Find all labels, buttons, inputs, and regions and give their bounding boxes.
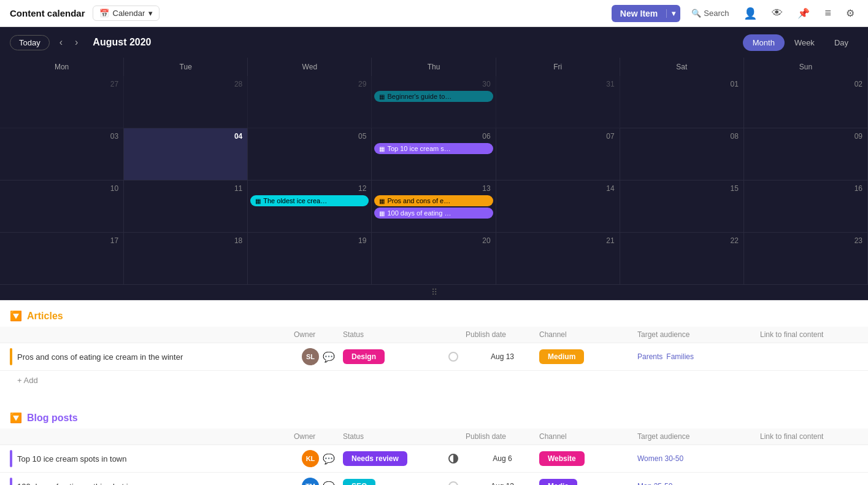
cal-event-100days[interactable]: ▦ 100 days of eating … — [374, 208, 493, 219]
cal-cell-21[interactable]: 21 — [496, 233, 620, 285]
cal-cell-22[interactable]: 22 — [620, 233, 744, 285]
channel-badge-website[interactable]: Website — [539, 451, 585, 466]
radio-circle-2[interactable] — [448, 481, 458, 485]
cal-cell-04-today[interactable]: 04 — [124, 128, 248, 180]
cal-cell-17[interactable]: 17 — [0, 233, 124, 285]
cal-cell-09[interactable]: 09 — [744, 128, 868, 180]
articles-header: 🔽 Articles — [0, 300, 868, 327]
cal-cell-01[interactable]: 01 — [620, 76, 744, 128]
calendar-grid: 27 28 29 30 ▦ Beginner's guide to… 31 01… — [0, 76, 868, 285]
cal-cell-05[interactable]: 05 — [248, 128, 372, 180]
status-badge-seo[interactable]: SEO — [343, 479, 375, 485]
article-pubdate: Aug 13 — [466, 352, 539, 361]
owner-avatar: SL — [302, 348, 319, 365]
blog-channel-2: Media — [539, 479, 637, 485]
cal-cell-03[interactable]: 03 — [0, 128, 124, 180]
blog-bell-2 — [441, 481, 466, 485]
blog-col-channel-header: Channel — [539, 432, 637, 441]
eye-button[interactable]: 👁 — [768, 4, 786, 22]
day-header-fri: Fri — [496, 58, 620, 76]
cal-cell-10[interactable]: 10 — [0, 180, 124, 233]
pin-button[interactable]: 📌 — [794, 5, 813, 21]
day-view-button[interactable]: Day — [824, 34, 858, 51]
blog-audience-1: Women 30-50 — [637, 454, 760, 463]
channel-badge-medium[interactable]: Medium — [539, 349, 584, 364]
settings-button[interactable]: ⚙ — [842, 5, 858, 21]
cal-cell-08[interactable]: 08 — [620, 128, 744, 180]
audience-tag-men[interactable]: Men 25-50 — [637, 482, 672, 485]
cal-event-pros-cons[interactable]: ▦ Pros and cons of e… — [374, 195, 493, 206]
month-view-button[interactable]: Month — [743, 34, 785, 51]
blog-col-title-header — [10, 432, 294, 441]
chat-icon-1[interactable]: 💬 — [323, 453, 335, 465]
cal-cell-15[interactable]: 15 — [620, 180, 744, 233]
status-badge-design[interactable]: Design — [343, 349, 385, 364]
week-view-button[interactable]: Week — [785, 34, 824, 51]
audience-tag-parents[interactable]: Parents — [637, 352, 663, 361]
new-item-button[interactable]: New Item ▾ — [612, 5, 680, 22]
calendar-day-headers: Mon Tue Wed Thu Fri Sat Sun — [0, 58, 868, 76]
cal-event-top10-icecream[interactable]: ▦ Top 10 ice cream s… — [374, 143, 493, 154]
chevron-down-icon: ▾ — [148, 9, 153, 18]
month-title: August 2020 — [93, 37, 151, 48]
cal-cell-11[interactable]: 11 — [124, 180, 248, 233]
col-title-header — [10, 330, 294, 339]
cal-cell-31[interactable]: 31 — [496, 76, 620, 128]
cal-cell-16[interactable]: 16 — [744, 180, 868, 233]
cal-cell-02[interactable]: 02 — [744, 76, 868, 128]
cal-cell-23[interactable]: 23 — [744, 233, 868, 285]
resize-handle[interactable]: ⠿ — [0, 285, 868, 300]
cal-event-oldest-icecream[interactable]: ▦ The oldest ice crea… — [250, 195, 369, 206]
chat-icon-2[interactable]: 💬 — [323, 481, 335, 486]
radio-circle-half[interactable] — [448, 454, 458, 464]
blog-col-status-header: Status — [343, 432, 441, 441]
cal-event-beginners-guide[interactable]: ▦ Beginner's guide to… — [374, 91, 493, 102]
filter-button[interactable]: ≡ — [821, 4, 835, 22]
cal-cell-18[interactable]: 18 — [124, 233, 248, 285]
radio-circle[interactable] — [448, 352, 458, 362]
today-button[interactable]: Today — [10, 35, 50, 50]
article-owner: SL 💬 — [294, 348, 343, 365]
publish-date-text-2: Aug 13 — [491, 482, 514, 485]
articles-section: 🔽 Articles Owner Status Publish date Cha… — [0, 300, 868, 390]
articles-toggle[interactable]: 🔽 — [10, 310, 22, 322]
accent-bar — [10, 450, 12, 467]
audience-tag-families[interactable]: Families — [666, 352, 694, 361]
blog-owner-2: TM 💬 — [294, 478, 343, 485]
blog-posts-section: 🔽 Blog posts Owner Status Publish date C… — [0, 402, 868, 485]
user-profile-button[interactable]: 👤 — [740, 4, 761, 23]
cal-cell-29[interactable]: 29 — [248, 76, 372, 128]
cal-cell-13[interactable]: 13 ▦ Pros and cons of e… ▦ 100 days of e… — [372, 180, 496, 233]
articles-table-header: Owner Status Publish date Channel Target… — [0, 327, 868, 343]
cal-cell-06[interactable]: 06 ▦ Top 10 ice cream s… — [372, 128, 496, 180]
event-icon: ▦ — [379, 198, 385, 204]
chat-icon[interactable]: 💬 — [323, 351, 335, 363]
accent-bar-2 — [10, 478, 12, 485]
search-button[interactable]: 🔍 Search — [688, 6, 732, 20]
cal-cell-12[interactable]: 12 ▦ The oldest ice crea… — [248, 180, 372, 233]
blog-posts-toggle[interactable]: 🔽 — [10, 412, 22, 424]
view-toggle: Month Week Day — [743, 34, 858, 51]
cal-cell-20[interactable]: 20 — [372, 233, 496, 285]
cal-cell-07[interactable]: 07 — [496, 128, 620, 180]
event-icon: ▦ — [379, 93, 385, 100]
cal-cell-27[interactable]: 27 — [0, 76, 124, 128]
calendar-view-button[interactable]: 📅 Calendar ▾ — [93, 6, 160, 21]
articles-add-row[interactable]: + Add — [0, 371, 868, 390]
cal-cell-28[interactable]: 28 — [124, 76, 248, 128]
new-item-dropdown-arrow[interactable]: ▾ — [666, 9, 680, 18]
next-month-button[interactable]: › — [72, 34, 80, 50]
status-badge-needs-review[interactable]: Needs review — [343, 451, 407, 466]
prev-month-button[interactable]: ‹ — [57, 34, 65, 50]
new-item-label: New Item — [612, 9, 666, 18]
cal-cell-14[interactable]: 14 — [496, 180, 620, 233]
channel-badge-media[interactable]: Media — [539, 479, 577, 485]
cal-cell-30[interactable]: 30 ▦ Beginner's guide to… — [372, 76, 496, 128]
blog-col-link-header: Link to final content — [760, 432, 858, 441]
app-title: Content calendar — [10, 8, 85, 18]
article-row-title: Pros and cons of eating ice cream in the… — [10, 348, 294, 365]
audience-tag-women[interactable]: Women 30-50 — [637, 454, 683, 463]
publish-date-text-1: Aug 6 — [493, 454, 512, 463]
blog-row-1: Top 10 ice cream spots in town KL 💬 Need… — [0, 445, 868, 473]
cal-cell-19[interactable]: 19 — [248, 233, 372, 285]
